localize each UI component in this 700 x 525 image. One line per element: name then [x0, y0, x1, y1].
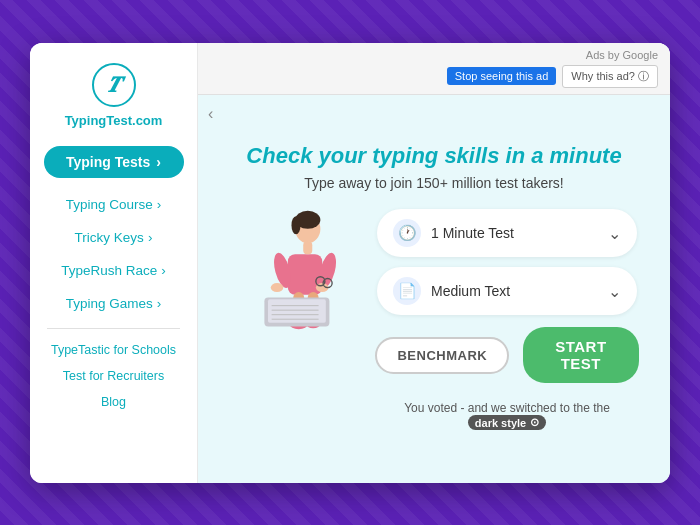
chevron-icon: › [156, 154, 161, 170]
sidebar-link-recruiters[interactable]: Test for Recruiters [30, 363, 197, 389]
benchmark-button[interactable]: BENCHMARK [375, 337, 509, 374]
dark-style-badge: dark style ⊙ [468, 415, 546, 430]
chevron-icon: › [157, 197, 162, 212]
sidebar-item-typerush-race[interactable]: TypeRush Race › [30, 254, 197, 287]
start-test-button[interactable]: START TEST [523, 327, 638, 383]
right-panel: 🕐 1 Minute Test ⌄ 📄 Medium Text ⌄ BENCHM… [377, 209, 637, 430]
chevron-icon: › [157, 296, 162, 311]
duration-label: 1 Minute Test [431, 225, 598, 241]
svg-rect-4 [303, 242, 312, 255]
bottom-note-prefix: You voted - and we switched to the [404, 401, 590, 415]
dark-style-label: dark style [475, 417, 526, 429]
document-icon: 📄 [393, 277, 421, 305]
svg-point-2 [291, 216, 300, 234]
nav-divider [47, 328, 181, 329]
sidebar: 𝑻 TypingTest.com Typing Tests › Typing C… [30, 43, 198, 483]
svg-point-7 [271, 283, 284, 292]
hero-subtitle: Type away to join 150+ million test take… [304, 175, 564, 191]
chevron-down-icon: ⌄ [608, 224, 621, 243]
duration-dropdown[interactable]: 🕐 1 Minute Test ⌄ [377, 209, 637, 257]
logo-text: TypingTest.com [65, 113, 163, 128]
hero-section: ‹ Check your typing skills in a minute T… [198, 95, 670, 483]
sidebar-item-tricky-keys[interactable]: Tricky Keys › [30, 221, 197, 254]
main-window: 𝑻 TypingTest.com Typing Tests › Typing C… [30, 43, 670, 483]
text-type-label: Medium Text [431, 283, 598, 299]
chevron-icon: › [161, 263, 166, 278]
toggle-icon: ⊙ [530, 416, 539, 429]
logo-area: 𝑻 TypingTest.com [65, 63, 163, 128]
chevron-icon: › [148, 230, 153, 245]
clock-icon: 🕐 [393, 219, 421, 247]
sidebar-item-typing-course[interactable]: Typing Course › [30, 188, 197, 221]
sidebar-item-label: Typing Course [66, 197, 153, 212]
bottom-note: You voted - and we switched to the the d… [377, 401, 637, 430]
ad-label: Ads by Google [586, 49, 658, 61]
ad-bar: Ads by Google Stop seeing this ad Why th… [198, 43, 670, 95]
sidebar-item-label: Typing Games [66, 296, 153, 311]
chevron-down-icon: ⌄ [608, 282, 621, 301]
person-illustration [241, 209, 351, 349]
sidebar-link-typetastic[interactable]: TypeTastic for Schools [30, 337, 197, 363]
logo-icon: 𝑻 [92, 63, 136, 107]
sidebar-item-label: Typing Tests [66, 154, 150, 170]
illustration [231, 209, 361, 349]
why-this-ad-button[interactable]: Why this ad? ⓘ [562, 65, 658, 88]
sidebar-item-label: Tricky Keys [75, 230, 144, 245]
sidebar-item-label: TypeRush Race [61, 263, 157, 278]
sidebar-item-typing-games[interactable]: Typing Games › [30, 287, 197, 320]
controls-area: 🕐 1 Minute Test ⌄ 📄 Medium Text ⌄ BENCHM… [218, 209, 650, 430]
hero-title: Check your typing skills in a minute [246, 143, 621, 169]
logo-symbol: 𝑻 [107, 72, 120, 98]
ad-buttons: Stop seeing this ad Why this ad? ⓘ [447, 65, 658, 88]
text-type-dropdown[interactable]: 📄 Medium Text ⌄ [377, 267, 637, 315]
sidebar-item-typing-tests[interactable]: Typing Tests › [44, 146, 184, 178]
main-content: Ads by Google Stop seeing this ad Why th… [198, 43, 670, 483]
back-arrow-icon[interactable]: ‹ [208, 105, 213, 123]
sidebar-link-blog[interactable]: Blog [30, 389, 197, 415]
bottom-buttons: BENCHMARK START TEST [377, 327, 637, 383]
stop-seeing-ad-button[interactable]: Stop seeing this ad [447, 67, 557, 85]
